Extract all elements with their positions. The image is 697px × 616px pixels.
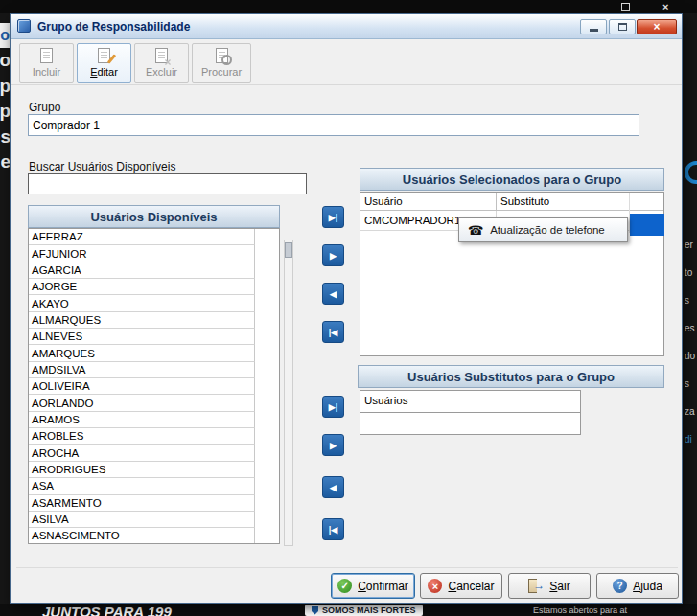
search-input[interactable] (28, 173, 307, 194)
move-all-right-button[interactable]: ▶| (322, 206, 344, 228)
list-item-label: ASILVA (32, 513, 69, 525)
background-text-fragment: JUNTOS PARA 199 (42, 604, 172, 616)
background-bottom-strip: JUNTOS PARA 199 SOMOS MAIS FORTES Estamo… (0, 604, 697, 616)
background-text-fragment: Estamos abertos para at (533, 605, 627, 615)
background-text-fragment: to (685, 267, 697, 281)
window-title: Grupo de Responsabilidade (37, 20, 190, 34)
list-item-label: AGARCIA (32, 264, 81, 276)
list-item[interactable]: ASNASCIMENTO (29, 528, 255, 544)
outer-window-titlebar: × (0, 0, 697, 13)
help-button[interactable]: ? Ajuda (596, 573, 679, 599)
list-item[interactable]: AROBLES (29, 428, 255, 445)
list-item[interactable]: AMDSILVA (29, 362, 255, 378)
grupo-responsabilidade-dialog: Grupo de Responsabilidade × Incluir Edit… (10, 13, 683, 604)
table-header-row: Usuário Substituto (360, 193, 663, 211)
tooltip: ☎ Atualização de telefone (458, 217, 628, 242)
selected-users-table[interactable]: Usuário Substituto CMCOMPRADOR1 (360, 192, 664, 356)
move-left-button[interactable]: ◀ (322, 283, 344, 305)
maximize-icon (618, 23, 627, 31)
list-item-label: ASA (32, 480, 54, 491)
list-item-label: AROCHA (32, 447, 79, 459)
help-icon: ? (613, 579, 627, 593)
list-item[interactable]: AMARQUES (29, 345, 255, 361)
search-icon (216, 48, 228, 63)
confirm-button[interactable]: ✓ Confirmar (331, 573, 415, 599)
list-item[interactable]: ARODRIGUES (29, 462, 255, 478)
column-header-usuario[interactable]: Usuário (360, 193, 497, 210)
list-item[interactable]: AOLIVEIRA (29, 378, 255, 395)
list-item[interactable]: ASARMENTO (29, 495, 255, 512)
background-text-fragment: o (0, 23, 10, 48)
list-item-label: AJORGE (32, 281, 77, 292)
outer-close-icon[interactable]: × (662, 0, 668, 13)
selected-cell-highlight (630, 214, 664, 236)
background-badge-text: SOMOS MAIS FORTES (322, 605, 416, 615)
column-header-substituto[interactable]: Substituto (497, 193, 663, 210)
list-item[interactable]: ASA (29, 478, 255, 494)
list-item[interactable]: ALNEVES (29, 329, 255, 345)
edit-icon (98, 48, 110, 63)
confirm-button-label: Confirmar (358, 580, 408, 593)
search-label: Buscar Usuários Disponíveis (29, 160, 175, 173)
available-users-list[interactable]: AFERRAZAFJUNIORAGARCIAAJORGEAKAYOALMARQU… (28, 228, 280, 544)
list-item[interactable]: AROCHA (29, 445, 255, 461)
toolbar-button-label: Incluir (33, 66, 60, 78)
move-all-left-button[interactable]: |◀ (322, 321, 344, 343)
check-icon: ✓ (337, 579, 352, 593)
list-item-label: AFERRAZ (32, 231, 83, 242)
move-right-button-2[interactable]: ▶ (322, 434, 344, 456)
move-all-left-button-2[interactable]: |◀ (322, 518, 344, 540)
move-right-button[interactable]: ▶ (322, 244, 344, 266)
background-text-fragment: di (685, 434, 697, 447)
list-item-label: AROBLES (32, 430, 83, 442)
available-users-header: Usuários Disponíveis (28, 205, 280, 228)
list-item[interactable]: ALMARQUES (29, 312, 255, 329)
list-item[interactable]: AKAYO (29, 295, 255, 311)
exit-button-label: Sair (549, 580, 569, 593)
toolbar-excluir-button[interactable]: Excluir (134, 43, 189, 83)
list-item[interactable]: ASILVA (29, 512, 255, 528)
list-item-label: AFJUNIOR (32, 248, 87, 260)
list-item-label: ASNASCIMENTO (32, 530, 120, 541)
toolbar-incluir-button[interactable]: Incluir (19, 43, 74, 83)
substitute-users-table[interactable]: Usuários (360, 390, 581, 435)
toolbar: Incluir Editar Excluir Procurar (11, 40, 682, 85)
screen: × o sompmpreslie ertosesdoszadi JUNTOS P… (0, 0, 697, 616)
list-item[interactable]: AJORGE (29, 279, 255, 295)
tooltip-text: Atualização de telefone (490, 224, 605, 236)
list-item-label: AMARQUES (32, 348, 95, 359)
move-all-right-button-2[interactable]: ▶| (322, 396, 344, 418)
maximize-button[interactable] (609, 19, 636, 34)
scrollbar-thumb[interactable] (285, 242, 292, 258)
minimize-button[interactable] (580, 19, 607, 34)
cancel-button[interactable]: × Cancelar (420, 573, 502, 599)
list-item[interactable]: AFJUNIOR (29, 245, 255, 262)
scrollbar[interactable] (284, 240, 293, 546)
substitute-users-header: Usuários Substitutos para o Grupo (358, 365, 664, 388)
minimize-icon (590, 29, 598, 32)
app-icon (17, 19, 31, 33)
title-bar[interactable]: Grupo de Responsabilidade × (11, 14, 682, 39)
grupo-input[interactable] (28, 114, 639, 136)
toolbar-procurar-button[interactable]: Procurar (192, 43, 251, 83)
list-item[interactable]: AFERRAZ (29, 229, 255, 245)
table-row[interactable] (360, 413, 580, 433)
list-item-label: AMDSILVA (32, 364, 85, 376)
divider (16, 567, 678, 568)
list-item-label: ALNEVES (32, 331, 82, 342)
column-header-usuarios[interactable]: Usuários (360, 391, 580, 413)
list-item[interactable]: ARAMOS (29, 412, 255, 428)
cancel-button-label: Cancelar (448, 580, 494, 593)
background-text-fragment: s (685, 378, 697, 392)
background-badge: SOMOS MAIS FORTES (305, 605, 423, 616)
list-item-label: ALMARQUES (32, 314, 101, 326)
close-button[interactable]: × (637, 19, 677, 34)
toolbar-button-label: Editar (90, 66, 118, 78)
list-item-label: ARAMOS (32, 414, 80, 425)
toolbar-editar-button[interactable]: Editar (77, 43, 131, 83)
outer-maximize-icon[interactable] (621, 3, 630, 11)
list-item[interactable]: AGARCIA (29, 262, 255, 279)
list-item[interactable]: AORLANDO (29, 395, 255, 411)
move-left-button-2[interactable]: ◀ (322, 476, 344, 498)
exit-button[interactable]: → Sair (508, 573, 591, 599)
